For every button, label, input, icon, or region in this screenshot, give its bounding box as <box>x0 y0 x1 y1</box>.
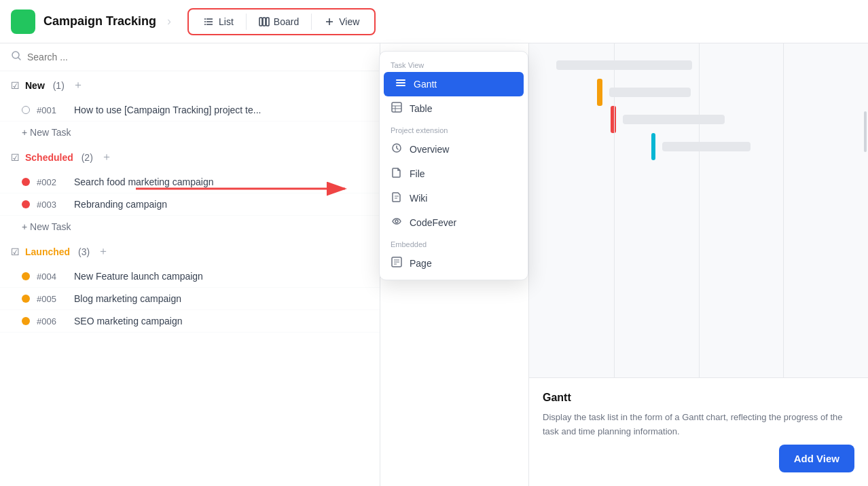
task-row[interactable]: #004 New Feature launch campaign <box>0 265 380 288</box>
task-status-dot <box>22 272 30 280</box>
embedded-section-label: Embedded <box>380 235 528 251</box>
section-toggle-launched[interactable]: ☑ <box>11 246 20 257</box>
tab-divider-2 <box>311 14 312 30</box>
svg-rect-6 <box>259 18 262 26</box>
codefever-icon <box>391 216 403 229</box>
tab-list[interactable]: List <box>194 12 243 31</box>
codefever-item-label: CodeFever <box>410 217 456 228</box>
task-status-dot <box>22 317 30 325</box>
project-extension-section-label: Project extension <box>380 121 528 137</box>
new-task-button-new[interactable]: + New Task <box>0 122 82 143</box>
section-count-scheduled: (2) <box>79 152 93 163</box>
dropdown-item-wiki[interactable]: Wiki <box>380 186 528 210</box>
task-row[interactable]: #005 Blog marketing campaign <box>0 288 380 310</box>
view-tabs-container: List Board View <box>187 8 376 35</box>
section-add-new[interactable]: ＋ <box>73 78 84 92</box>
view-dropdown-menu: Task View Gantt Table Project extension <box>379 51 528 280</box>
dropdown-item-gantt[interactable]: Gantt <box>384 72 524 96</box>
gantt-info-title: Gantt <box>543 392 854 404</box>
section-title-scheduled: Scheduled <box>25 152 73 163</box>
svg-point-5 <box>204 24 206 25</box>
plus-icon <box>324 16 335 27</box>
svg-point-4 <box>204 21 206 22</box>
svg-point-25 <box>395 220 398 223</box>
svg-point-3 <box>204 18 206 20</box>
dropdown-item-overview[interactable]: Overview <box>380 137 528 162</box>
svg-line-12 <box>18 58 20 60</box>
wiki-item-label: Wiki <box>410 193 427 204</box>
task-row[interactable]: #006 SEO marketing campaign <box>0 310 380 333</box>
svg-rect-16 <box>396 82 405 83</box>
tab-divider-1 <box>246 14 247 30</box>
section-launched-header[interactable]: ☑ Launched (3) ＋ <box>0 238 380 265</box>
search-input[interactable] <box>27 52 369 62</box>
svg-rect-18 <box>392 102 401 112</box>
section-toggle-scheduled[interactable]: ☑ <box>11 152 20 163</box>
new-task-label: + New Task <box>22 221 71 232</box>
add-view-button[interactable]: Add View <box>779 445 854 472</box>
task-title: New Feature launch campaign <box>74 271 203 282</box>
dropdown-item-codefever[interactable]: CodeFever <box>380 210 528 235</box>
svg-rect-8 <box>266 18 269 26</box>
board-tab-label: Board <box>274 16 299 27</box>
task-list-panel: ☑ New (1) ＋ #001 How to use [Campaign Tr… <box>0 43 380 486</box>
task-title: Blog marketing campaign <box>74 293 181 304</box>
task-row[interactable]: #001 How to use [Campaign Tracking] proj… <box>0 99 380 122</box>
file-item-label: File <box>410 168 425 179</box>
task-row[interactable]: #002 Search food marketing campaign <box>0 171 380 193</box>
section-toggle-new[interactable]: ☑ <box>11 80 20 91</box>
new-task-button-scheduled[interactable]: + New Task <box>0 216 82 238</box>
section-add-launched[interactable]: ＋ <box>98 244 109 259</box>
task-title: Rebranding campaign <box>74 199 167 210</box>
task-status-dot <box>22 178 30 186</box>
app-icon <box>11 10 35 34</box>
task-title: How to use [Campaign Tracking] project t… <box>74 105 261 115</box>
task-status-dot <box>22 200 30 208</box>
scroll-indicator <box>864 111 867 152</box>
gantt-info-description: Display the task list in the form of a G… <box>543 411 854 439</box>
section-count-launched: (3) <box>75 246 90 257</box>
page-item-label: Page <box>410 258 432 269</box>
task-title: SEO marketing campaign <box>74 316 183 326</box>
section-title-new: New <box>25 80 45 91</box>
overview-icon <box>391 143 403 156</box>
task-id: #004 <box>37 272 67 282</box>
task-status-dot <box>22 295 30 303</box>
overview-item-label: Overview <box>410 144 449 155</box>
list-tab-label: List <box>219 16 234 27</box>
tab-add-view[interactable]: View <box>314 12 369 31</box>
dropdown-item-page[interactable]: Page <box>380 251 528 276</box>
section-new-header[interactable]: ☑ New (1) ＋ <box>0 71 380 99</box>
board-icon <box>259 16 270 27</box>
gantt-grid-line <box>783 43 784 377</box>
gantt-grid <box>529 43 868 377</box>
gantt-grid-line <box>614 43 615 377</box>
task-id: #001 <box>37 105 67 115</box>
gantt-grid-line <box>699 43 700 377</box>
search-bar <box>0 43 380 71</box>
task-status-dot <box>22 106 30 114</box>
search-icon <box>11 50 22 64</box>
gantt-preview-panel: Gantt Display the task list in the form … <box>528 43 868 486</box>
table-icon <box>391 102 403 115</box>
task-id: #002 <box>37 177 67 187</box>
page-icon <box>391 257 403 270</box>
app-title: Campaign Tracking <box>43 14 156 29</box>
new-task-label: + New Task <box>22 127 71 138</box>
section-add-scheduled[interactable]: ＋ <box>101 150 112 164</box>
table-item-label: Table <box>410 103 432 114</box>
tab-board[interactable]: Board <box>249 12 308 31</box>
gantt-item-label: Gantt <box>414 79 437 90</box>
task-id: #005 <box>37 294 67 304</box>
task-view-section-label: Task View <box>380 56 528 72</box>
section-title-launched: Launched <box>25 246 70 257</box>
breadcrumb-divider: › <box>167 14 171 29</box>
section-scheduled-header[interactable]: ☑ Scheduled (2) ＋ <box>0 143 380 171</box>
list-icon <box>204 16 215 27</box>
task-row[interactable]: #003 Rebranding campaign <box>0 193 380 216</box>
task-id: #003 <box>37 200 67 210</box>
task-title: Search food marketing campaign <box>74 176 213 187</box>
dropdown-item-file[interactable]: File <box>380 162 528 186</box>
task-id: #006 <box>37 316 67 326</box>
dropdown-item-table[interactable]: Table <box>380 96 528 121</box>
